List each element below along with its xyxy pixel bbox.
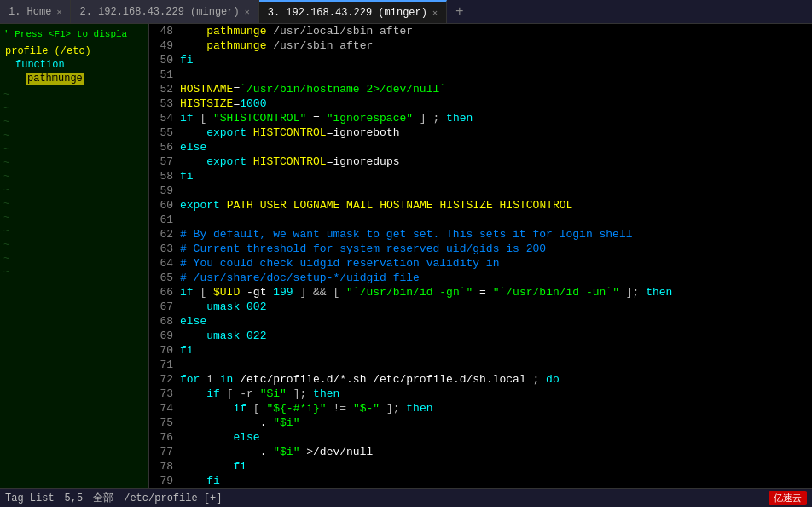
sidebar-tilde-5: ~ <box>0 143 148 156</box>
code-line: 51 <box>149 67 812 82</box>
line-content: pathmunge /usr/local/sbin after <box>180 24 812 38</box>
tab-3-close[interactable]: ✕ <box>432 8 438 18</box>
line-number: 78 <box>149 459 180 474</box>
line-content: umask 002 <box>180 300 812 314</box>
line-number: 63 <box>149 242 180 256</box>
status-right: 亿速云 <box>768 491 807 505</box>
line-number: 69 <box>149 329 180 343</box>
line-number: 50 <box>149 53 180 67</box>
line-content: HOSTNAME=`/usr/bin/hostname 2>/dev/null` <box>180 82 812 96</box>
line-number: 59 <box>149 184 180 198</box>
line-number: 74 <box>149 401 180 416</box>
sidebar-tilde-6: ~ <box>0 156 148 170</box>
line-number: 54 <box>149 111 180 125</box>
sidebar-tilde-12: ~ <box>0 238 148 252</box>
code-line: 58fi <box>149 169 812 184</box>
sidebar-pathmunge[interactable]: pathmunge <box>26 73 84 84</box>
sidebar-tilde-3: ~ <box>0 115 148 129</box>
line-content: fi <box>180 459 812 474</box>
tab-1-close[interactable]: ✕ <box>56 7 61 17</box>
code-line: 63# Current threshold for system reserve… <box>149 242 812 256</box>
tab-3-label: 3. 192.168.43.229 (minger) <box>268 7 427 19</box>
editor-container: ' Press <F1> to displa profile (/etc) fu… <box>0 24 812 488</box>
line-content: export HISTCONTROL=ignoreboth <box>180 125 812 140</box>
line-number: 55 <box>149 125 180 140</box>
code-line: 73 if [ -r "$i" ]; then <box>149 387 812 401</box>
code-line: 77 . "$i" >/dev/null <box>149 445 812 459</box>
sidebar-tilde-10: ~ <box>0 211 148 224</box>
line-content: pathmunge /usr/sbin after <box>180 38 812 53</box>
sidebar: ' Press <F1> to displa profile (/etc) fu… <box>0 24 149 488</box>
sidebar-profile-label: profile (/etc) <box>5 44 143 58</box>
status-position: 5,5 <box>65 492 84 504</box>
tab-2-close[interactable]: ✕ <box>245 7 250 17</box>
sidebar-tilde-13: ~ <box>0 252 148 265</box>
status-tag-list: Tag List <box>5 492 55 504</box>
sidebar-tilde-4: ~ <box>0 129 148 143</box>
line-number: 68 <box>149 314 180 329</box>
code-line: 49 pathmunge /usr/sbin after <box>149 38 812 53</box>
line-content: umask 022 <box>180 329 812 343</box>
line-number: 79 <box>149 474 180 488</box>
status-file: /etc/profile [+] <box>124 492 222 504</box>
code-line: 69 umask 022 <box>149 329 812 343</box>
sidebar-tilde-2: ~ <box>0 102 148 115</box>
line-number: 58 <box>149 169 180 184</box>
line-content: fi <box>180 53 812 67</box>
sidebar-tilde-11: ~ <box>0 224 148 238</box>
code-line: 57 export HISTCONTROL=ignoredups <box>149 154 812 169</box>
tab-3[interactable]: 3. 192.168.43.229 (minger) ✕ <box>259 0 447 23</box>
line-number: 66 <box>149 285 180 300</box>
tab-1[interactable]: 1. Home ✕ <box>0 0 71 23</box>
tab-1-label: 1. Home <box>9 6 51 18</box>
code-line: 60export PATH USER LOGNAME MAIL HOSTNAME… <box>149 198 812 213</box>
tab-bar: 1. Home ✕ 2. 192.168.43.229 (minger) ✕ 3… <box>0 0 812 24</box>
sidebar-tilde-1: ~ <box>0 88 148 102</box>
line-content: if [ $UID -gt 199 ] && [ "`/usr/bin/id -… <box>180 285 812 300</box>
line-content: if [ "$HISTCONTROL" = "ignorespace" ] ; … <box>180 111 812 125</box>
line-content: . "$i" >/dev/null <box>180 445 812 459</box>
line-content: for i in /etc/profile.d/*.sh /etc/profil… <box>180 372 812 387</box>
watermark: 亿速云 <box>768 491 807 505</box>
line-number: 71 <box>149 358 180 372</box>
code-line: 62# By default, we want umask to get set… <box>149 227 812 242</box>
code-line: 75 . "$i" <box>149 416 812 430</box>
code-line: 78 fi <box>149 459 812 474</box>
line-number: 56 <box>149 140 180 154</box>
new-tab-button[interactable]: + <box>447 0 473 24</box>
line-content: fi <box>180 169 812 184</box>
code-line: 56else <box>149 140 812 154</box>
code-line: 50fi <box>149 53 812 67</box>
line-content: export PATH USER LOGNAME MAIL HOSTNAME H… <box>180 198 812 213</box>
code-area[interactable]: 48 pathmunge /usr/local/sbin after49 pat… <box>149 24 812 488</box>
sidebar-profile-section: profile (/etc) function pathmunge <box>0 41 148 88</box>
sidebar-notice: ' Press <F1> to displa <box>0 27 148 41</box>
line-number: 73 <box>149 387 180 401</box>
line-content: else <box>180 140 812 154</box>
line-content: fi <box>180 474 812 488</box>
line-content: HISTSIZE=1000 <box>180 96 812 111</box>
code-line: 68else <box>149 314 812 329</box>
line-number: 64 <box>149 256 180 271</box>
line-number: 51 <box>149 67 180 82</box>
line-number: 48 <box>149 24 180 38</box>
line-number: 75 <box>149 416 180 430</box>
code-line: 59 <box>149 184 812 198</box>
line-number: 62 <box>149 227 180 242</box>
code-line: 64# You could check uidgid reservation v… <box>149 256 812 271</box>
line-content: # Current threshold for system reserved … <box>180 242 812 256</box>
line-content: else <box>180 314 812 329</box>
line-number: 52 <box>149 82 180 96</box>
code-line: 70fi <box>149 343 812 358</box>
code-line: 65# /usr/share/doc/setup-*/uidgid file <box>149 271 812 285</box>
line-number: 77 <box>149 445 180 459</box>
tab-2[interactable]: 2. 192.168.43.229 (minger) ✕ <box>71 0 258 23</box>
line-content: . "$i" <box>180 416 812 430</box>
code-line: 72for i in /etc/profile.d/*.sh /etc/prof… <box>149 372 812 387</box>
status-left: Tag List 5,5 全部 /etc/profile [+] <box>5 491 222 505</box>
code-line: 71 <box>149 358 812 372</box>
code-line: 55 export HISTCONTROL=ignoreboth <box>149 125 812 140</box>
line-content: if [ -r "$i" ]; then <box>180 387 812 401</box>
line-content: # /usr/share/doc/setup-*/uidgid file <box>180 271 812 285</box>
code-line: 54if [ "$HISTCONTROL" = "ignorespace" ] … <box>149 111 812 125</box>
